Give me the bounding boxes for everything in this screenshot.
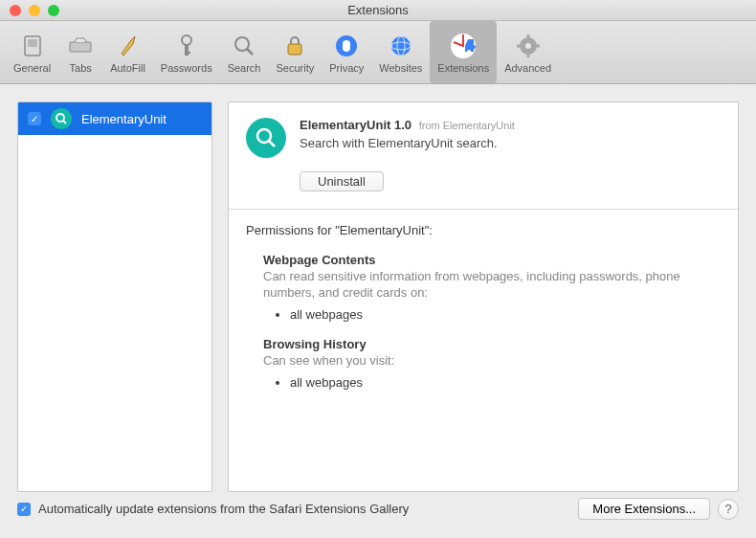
tab-security[interactable]: Security [268,21,322,83]
svg-line-24 [269,141,275,146]
auto-update-checkbox[interactable]: ✓ [17,503,31,516]
svg-point-23 [257,129,271,143]
svg-point-16 [525,43,531,49]
tab-websites[interactable]: Websites [371,21,430,83]
titlebar: Extensions [0,0,756,21]
window-title: Extensions [0,3,756,17]
svg-point-11 [391,36,411,56]
auto-update-label: Automatically update extensions from the… [38,502,570,516]
help-button[interactable]: ? [718,499,739,520]
permission-heading: Browsing History [263,337,721,351]
autofill-icon [113,32,142,60]
svg-point-21 [56,114,64,122]
privacy-icon [332,32,361,60]
svg-rect-1 [28,39,37,47]
security-icon [280,32,309,60]
tab-label: Privacy [329,62,364,74]
extensions-sidebar: ✓ ElementaryUnit [17,101,212,492]
uninstall-button[interactable]: Uninstall [300,171,384,191]
tab-autofill[interactable]: AutoFill [102,21,153,83]
extension-icon [51,108,72,129]
footer: ✓ Automatically update extensions from t… [0,494,756,531]
svg-rect-8 [288,44,301,55]
svg-point-6 [235,37,249,51]
svg-line-7 [247,49,253,55]
permission-heading: Webpage Contents [263,253,721,267]
websites-icon [387,32,415,60]
tab-label: Extensions [437,62,489,74]
tabs-icon [66,32,95,60]
extensions-icon [449,32,478,60]
permission-item: all webpages [290,375,721,390]
tab-extensions[interactable]: Extensions [430,21,497,83]
extension-icon [246,118,286,158]
tab-general[interactable]: General [6,21,58,83]
tab-label: AutoFill [110,62,145,74]
permissions-title: Permissions for "ElementaryUnit": [246,223,721,237]
extension-title: ElementaryUnit 1.0 [300,118,411,132]
tab-label: Advanced [504,62,551,74]
tab-privacy[interactable]: Privacy [322,21,371,83]
search-icon [230,32,258,60]
minimize-icon[interactable] [29,5,40,16]
svg-rect-5 [185,52,190,54]
detail-header: ElementaryUnit 1.0 from ElementaryUnit S… [246,118,721,158]
svg-rect-2 [70,42,91,52]
svg-rect-10 [343,40,350,52]
content-area: ✓ ElementaryUnit ElementaryUnit 1.0 from… [0,84,756,494]
close-icon[interactable] [10,5,21,16]
tab-search[interactable]: Search [220,21,269,83]
tab-label: Search [228,62,261,74]
sidebar-item-label: ElementaryUnit [81,112,167,126]
permission-description: Can see when you visit: [263,353,721,370]
tab-label: Websites [379,62,422,74]
advanced-icon [514,32,543,60]
tab-tabs[interactable]: Tabs [58,21,102,83]
divider [229,209,738,210]
tab-label: Tabs [70,62,92,74]
tab-passwords[interactable]: Passwords [153,21,220,83]
extension-from: from ElementaryUnit [419,120,515,131]
svg-point-3 [182,35,191,45]
permission-item: all webpages [290,307,721,322]
sidebar-item-elementaryunit[interactable]: ✓ ElementaryUnit [18,102,211,135]
traffic-lights [0,5,59,16]
general-icon [18,32,47,60]
passwords-icon [172,32,201,60]
tab-label: Passwords [161,62,212,74]
tab-label: General [13,62,51,74]
permission-browsing-history: Browsing History Can see when you visit:… [263,337,721,390]
tab-label: Security [276,62,314,74]
more-extensions-button[interactable]: More Extensions... [578,498,710,520]
permission-webpage-contents: Webpage Contents Can read sensitive info… [263,253,721,322]
permission-description: Can read sensitive information from webp… [263,269,721,302]
extension-description: Search with ElementaryUnit search. [300,136,515,150]
svg-line-22 [63,121,66,123]
svg-rect-4 [185,44,189,56]
tab-advanced[interactable]: Advanced [497,21,559,83]
extension-enabled-checkbox[interactable]: ✓ [28,112,41,125]
maximize-icon[interactable] [48,5,59,16]
extension-detail: ElementaryUnit 1.0 from ElementaryUnit S… [228,101,739,492]
preferences-toolbar: General Tabs AutoFill Passwords Search S… [0,21,756,84]
